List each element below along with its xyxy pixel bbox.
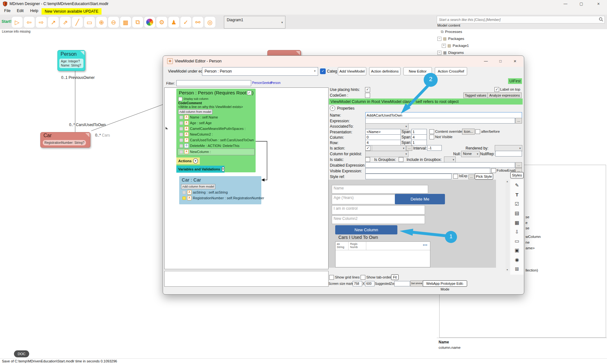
nullrep-input[interactable]: [495, 151, 522, 156]
not-visible-checkbox[interactable]: [429, 135, 434, 139]
name-input[interactable]: [365, 112, 522, 118]
search-input[interactable]: [437, 16, 598, 23]
expand-expander-icon[interactable]: +: [442, 44, 446, 48]
start-label[interactable]: Start!: [2, 19, 11, 24]
add-column-from-model-button[interactable]: Add column from model: [181, 184, 215, 189]
is-action-ellipsis-button[interactable]: ...: [406, 145, 412, 151]
style-ellipsis-button[interactable]: ...: [468, 175, 474, 179]
window-run-button[interactable]: ⧉: [132, 16, 143, 28]
button-tool-icon[interactable]: ▭: [512, 238, 522, 246]
run-button[interactable]: ▷: [11, 16, 23, 28]
isexp-checkbox[interactable]: [453, 174, 458, 179]
styles-button[interactable]: Styles: [510, 172, 524, 178]
column-span-input[interactable]: [411, 134, 427, 140]
disabled-expression-input[interactable]: [365, 162, 515, 168]
preview-new-column-button[interactable]: New Column: [335, 225, 397, 234]
fit-button[interactable]: Fit: [391, 274, 399, 280]
spiral-button[interactable]: ◎: [204, 16, 216, 28]
visible-expression-input[interactable]: [365, 168, 490, 174]
occluded-list-item[interactable]: ame>: [525, 246, 535, 250]
screen-height-input[interactable]: [365, 281, 375, 286]
is-static-checkb0x[interactable]: [365, 157, 370, 162]
splitter-handle-icon[interactable]: [166, 127, 168, 129]
checkbox-tool-icon[interactable]: ☑: [512, 201, 522, 209]
column-for-picklist-select[interactable]: ▾: [365, 151, 408, 157]
preview-control-field[interactable]: I am in control: [332, 205, 425, 214]
association-button[interactable]: ↗: [48, 16, 59, 28]
associatedto-select[interactable]: ▾: [365, 123, 408, 130]
class-person[interactable]: Person Age: Integer? Name: String?: [57, 50, 85, 71]
viewmodel-select[interactable]: Person : Person ▾: [202, 67, 318, 76]
collapse-expander-icon[interactable]: −: [437, 37, 441, 41]
action-definitions-button[interactable]: Action definitions: [369, 67, 401, 75]
preview-delete-me-button[interactable]: Delete Me: [395, 194, 445, 204]
zoom-in-button[interactable]: ⊕: [96, 16, 107, 28]
add-column-from-model-button[interactable]: Add column from model: [178, 109, 212, 114]
presentation-span-input[interactable]: [411, 129, 427, 135]
image-tool-icon[interactable]: ▣: [512, 247, 522, 255]
vm-column-row-asstring[interactable]: A asString : self.asString: [182, 190, 228, 195]
screen-width-input[interactable]: [353, 281, 362, 286]
diagram-select[interactable]: Diagram1 ▾: [224, 16, 285, 29]
link-person[interactable]: Person: [271, 81, 281, 85]
presentation-input[interactable]: [365, 129, 401, 135]
grid-column-header[interactable]: RegisNumb: [350, 242, 358, 249]
occluded-list-item[interactable]: e: [525, 221, 527, 225]
maximize-button[interactable]: ▢: [574, 0, 589, 8]
expression-input[interactable]: [365, 118, 515, 124]
line-tool-button[interactable]: ╱: [72, 16, 83, 28]
suggested-zoom-input[interactable]: [394, 281, 410, 286]
null-select[interactable]: None ▾: [461, 151, 480, 157]
icon-button[interactable]: Icon...: [462, 129, 475, 135]
link-personseeker[interactable]: PersonSeeker: [252, 81, 272, 85]
association-label-carsiusedtoown[interactable]: 0..* CarsIUsedToOwn: [69, 123, 106, 127]
row-input[interactable]: [365, 140, 401, 145]
association-label-cars[interactable]: 0..* Cars: [95, 133, 110, 137]
close-button[interactable]: ×: [591, 0, 606, 8]
sidebar-item-package1[interactable]: + ▤ Package1: [442, 43, 469, 48]
collapse-expander-icon[interactable]: −: [437, 51, 441, 55]
scroll-down-icon[interactable]: ▼: [506, 269, 508, 271]
disabled-expression-ellipsis-button[interactable]: ...: [515, 162, 522, 168]
vm-column-row-registrationnumber[interactable]: A RegistrationNumber : self.Registration…: [182, 196, 264, 200]
followenable-checkbox[interactable]: [491, 168, 496, 173]
codegen-checkbox[interactable]: [365, 93, 370, 98]
categ-checkbox[interactable]: ✓: [320, 68, 326, 74]
vm-column-row-carsiusedtoown[interactable]: ↗ CarsIUsedToOwn : self.CarsIUsedToOwn: [179, 138, 254, 142]
grid-column-header[interactable]: asString: [337, 242, 344, 249]
user-access-button[interactable]: ♟: [168, 16, 179, 28]
variables-validations-toggle[interactable]: Variables and Validations ∨: [176, 166, 225, 173]
validate-check-button[interactable]: ✓: [180, 16, 192, 28]
vm-column-row-age[interactable]: A Age : self.Age: [179, 121, 212, 125]
forward-button[interactable]: ⇨: [36, 16, 47, 28]
analyze-expressions-button[interactable]: Analyze expressions: [487, 93, 522, 98]
text-tool-icon[interactable]: T: [512, 192, 522, 200]
import-tool-icon[interactable]: ⇩: [512, 229, 522, 237]
combobox-tool-icon[interactable]: ▤: [512, 210, 522, 218]
doc-button[interactable]: DOC: [14, 350, 29, 357]
add-viewmodel-button[interactable]: Add ViewModel: [338, 67, 366, 75]
properties-collapse-icon[interactable]: ∧: [330, 105, 335, 111]
scroll-up-icon[interactable]: ▲: [506, 180, 508, 182]
occluded-list-item[interactable]: llection): [525, 268, 538, 272]
select-frame-button[interactable]: ▭: [84, 16, 95, 28]
include-in-groupbox-select[interactable]: ▾: [444, 156, 456, 163]
column-input[interactable]: [365, 134, 401, 140]
association-diagram-button[interactable]: ⚯: [192, 16, 204, 28]
row-span-input[interactable]: [411, 140, 427, 145]
label-on-top-checkbox[interactable]: ✓: [494, 87, 499, 92]
uifirst-badge[interactable]: UIFirst: [508, 78, 522, 84]
codecomment-value[interactable]: <Write a line on why this ViewModel exis…: [178, 105, 243, 109]
dialog-maximize-button[interactable]: □: [495, 58, 506, 64]
interval-input[interactable]: [427, 145, 442, 151]
vm-column-row-newcolumn2[interactable]: A NewColumn2 :: [179, 132, 213, 137]
association-draw-button[interactable]: ⇗: [60, 16, 71, 28]
vm-column-row-newcolumn[interactable]: A NewColumn :: [179, 150, 211, 154]
edit-tool-icon[interactable]: ✎: [512, 182, 522, 190]
back-button[interactable]: ⇦: [23, 16, 35, 28]
webapp-prototype-button[interactable]: WebApp Prototype Edit-Mode: [423, 280, 467, 287]
menu-file[interactable]: File: [4, 9, 10, 13]
occluded-list-item[interactable]: se: [525, 226, 529, 230]
display-sub-column-checkbox[interactable]: [178, 97, 182, 101]
globe-tool-icon[interactable]: ◉: [512, 257, 522, 265]
